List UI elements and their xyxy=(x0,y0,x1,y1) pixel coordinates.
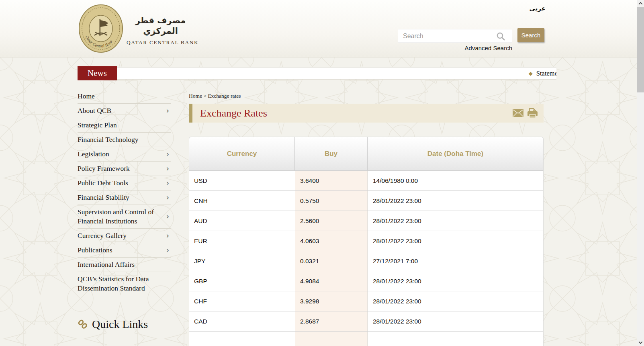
date-cell: 28/01/2022 23:00 xyxy=(368,211,543,231)
table-row: USD 3.6400 14/06/1980 0:00 xyxy=(189,171,543,191)
logo-bank-name: QATAR CENTRAL BANK xyxy=(127,39,197,46)
column-header-buy: Buy xyxy=(295,137,368,170)
chain-link-icon xyxy=(78,319,88,330)
currency-cell: CHF xyxy=(189,291,295,311)
sidebar-item-label: Public Debt Tools xyxy=(78,179,128,187)
qcb-coin-seal-icon: Qatar Central Bank xyxy=(78,4,123,53)
news-label: News xyxy=(78,66,117,80)
sidebar-item-qcb-s-statistics-for-data-dissemination-standard[interactable]: QCB’s Statistics for Data Dissemination … xyxy=(78,272,171,295)
sidebar-item-policy-framework[interactable]: Policy Framework › xyxy=(78,162,171,176)
buy-cell: 0.0321 xyxy=(295,251,368,271)
arabic-language-link[interactable]: عربى xyxy=(525,5,546,12)
date-cell: 28/01/2022 23:00 xyxy=(368,191,543,211)
table-row: CNH 0.5750 28/01/2022 23:00 xyxy=(189,191,543,211)
quick-links-section: Quick Links xyxy=(78,318,148,331)
sidebar-item-label: International Affairs xyxy=(78,260,135,268)
chevron-right-icon: › xyxy=(166,149,169,158)
currency-cell: AUD xyxy=(189,211,295,231)
search-input[interactable] xyxy=(398,29,512,43)
scrollbar-thumb[interactable] xyxy=(637,7,644,92)
buy-cell: 4.9084 xyxy=(295,271,368,291)
sidebar-item-label: About QCB xyxy=(78,106,111,115)
date-cell: 28/01/2022 23:00 xyxy=(368,231,543,251)
currency-cell: JPY xyxy=(189,251,295,271)
page-title-bar: Exchange Rates xyxy=(189,104,544,123)
envelope-icon xyxy=(513,109,523,117)
logo-arabic-calligraphy: مصرف قطر المركزي xyxy=(127,15,194,36)
table-row: EUR 4.0603 28/01/2022 23:00 xyxy=(189,231,543,251)
sidebar-item-label: Financial Technology xyxy=(78,135,139,143)
email-page-button[interactable] xyxy=(513,109,523,117)
sidebar-item-publications[interactable]: Publications › xyxy=(78,243,171,258)
sidebar-item-label: Currency Gallery xyxy=(78,231,127,240)
sidebar-item-public-debt-tools[interactable]: Public Debt Tools › xyxy=(78,176,171,190)
table-row: GBP 4.9084 28/01/2022 23:00 xyxy=(189,271,543,291)
sidebar-nav: Home About QCB › Strategic Plan Financia… xyxy=(78,89,171,295)
currency-cell: GBP xyxy=(189,271,295,291)
currency-cell: USD xyxy=(189,171,295,190)
column-header-currency: Currency xyxy=(189,137,295,170)
date-cell: 28/01/2022 23:00 xyxy=(368,311,543,331)
diamond-bullet-icon: ◆ xyxy=(529,71,533,76)
sidebar-item-legislation[interactable]: Legislation › xyxy=(78,147,171,162)
sidebar-item-supervision-and-control-of-financial-institutions[interactable]: Supervision and Control of Financial Ins… xyxy=(78,205,171,229)
exchange-rates-table: Currency Buy Date (Doha Time) USD 3.6400… xyxy=(189,137,544,346)
chevron-right-icon: › xyxy=(166,106,169,115)
breadcrumb: Home > Exchange rates xyxy=(189,93,241,99)
sidebar-item-currency-gallery[interactable]: Currency Gallery › xyxy=(78,229,171,243)
chevron-right-icon: › xyxy=(166,178,169,187)
search-button[interactable]: Search xyxy=(517,28,544,42)
chevron-right-icon: › xyxy=(166,212,169,221)
sidebar-item-label: Publications xyxy=(78,246,112,254)
column-header-date: Date (Doha Time) xyxy=(368,137,543,170)
buy-cell: 3.9298 xyxy=(295,291,368,311)
chevron-right-icon: › xyxy=(166,231,169,240)
date-cell: 14/06/1980 0:00 xyxy=(368,171,543,190)
table-header-row: Currency Buy Date (Doha Time) xyxy=(189,137,544,171)
buy-cell: 2.5600 xyxy=(295,211,368,231)
sidebar-item-home[interactable]: Home xyxy=(78,89,171,104)
print-page-button[interactable] xyxy=(527,108,538,118)
sidebar-item-financial-stability[interactable]: Financial Stability › xyxy=(78,190,171,205)
news-ticker-item[interactable]: ◆ Stateme xyxy=(529,70,556,78)
currency-cell: CNH xyxy=(189,191,295,211)
date-cell: 27/12/2021 7:00 xyxy=(368,251,543,271)
sidebar-item-label: Financial Stability xyxy=(78,193,129,201)
sidebar-item-about-qcb[interactable]: About QCB › xyxy=(78,104,171,118)
quick-links-title: Quick Links xyxy=(92,318,148,331)
news-ticker-text: Stateme xyxy=(536,70,556,78)
chevron-up-icon xyxy=(639,2,643,6)
sidebar-item-label: Strategic Plan xyxy=(78,121,117,129)
breadcrumb-home-link[interactable]: Home xyxy=(189,93,202,99)
magnifier-icon[interactable] xyxy=(496,32,506,41)
table-row: AUD 2.5600 28/01/2022 23:00 xyxy=(189,211,543,231)
date-cell: 28/01/2022 23:00 xyxy=(368,291,543,311)
breadcrumb-separator: > xyxy=(203,93,206,99)
chevron-right-icon: › xyxy=(166,245,169,254)
sidebar-item-label: Legislation xyxy=(78,150,109,158)
scroll-up-button[interactable] xyxy=(637,0,644,7)
currency-cell xyxy=(189,332,295,346)
sidebar-item-label: Policy Framework xyxy=(78,164,130,172)
buy-cell: 0.5750 xyxy=(295,191,368,211)
date-cell: 28/01/2022 23:00 xyxy=(368,271,543,291)
printer-icon xyxy=(527,108,538,118)
chevron-right-icon: › xyxy=(166,192,169,202)
buy-cell: 4.0603 xyxy=(295,231,368,251)
vertical-scrollbar[interactable] xyxy=(637,0,644,346)
scroll-down-button[interactable] xyxy=(637,339,644,346)
date-cell xyxy=(368,332,543,346)
sidebar-item-label: QCB’s Statistics for Data Dissemination … xyxy=(78,275,149,292)
sidebar-item-strategic-plan[interactable]: Strategic Plan xyxy=(78,118,171,133)
advanced-search-link[interactable]: Advanced Search xyxy=(398,45,512,51)
table-row: CHF 3.9298 28/01/2022 23:00 xyxy=(189,291,543,311)
table-row: CAD 2.8687 28/01/2022 23:00 xyxy=(189,311,543,332)
currency-cell: CAD xyxy=(189,311,295,331)
buy-cell: 2.8687 xyxy=(295,311,368,331)
chevron-down-icon xyxy=(639,340,643,344)
qcb-logo[interactable]: Qatar Central Bank مصرف قطر المركزي QATA… xyxy=(78,4,195,54)
sidebar-item-label: Home xyxy=(78,92,95,100)
sidebar-item-international-affairs[interactable]: International Affairs xyxy=(78,258,171,272)
sidebar-item-financial-technology[interactable]: Financial Technology xyxy=(78,133,171,147)
table-row: JPY 0.0321 27/12/2021 7:00 xyxy=(189,251,543,271)
